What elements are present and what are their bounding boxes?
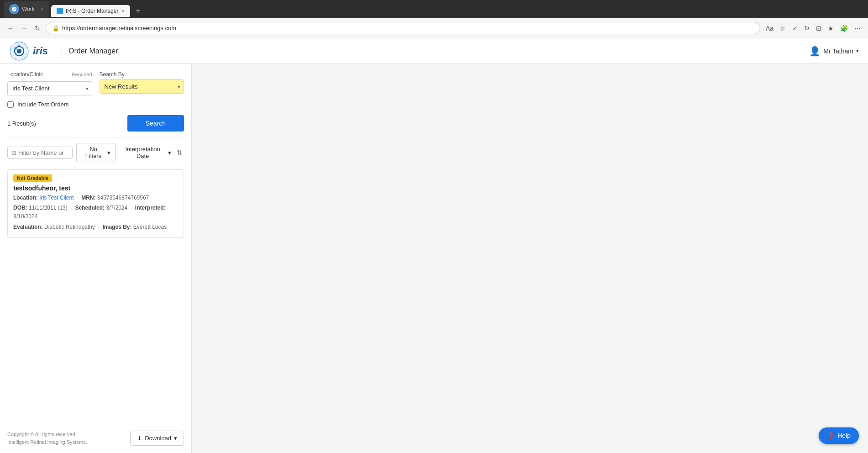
help-label: Help [837,432,851,439]
help-button[interactable]: ❓ Help [819,427,859,444]
svg-point-3 [14,47,17,50]
refresh-button[interactable]: ↻ [33,23,42,34]
iris-logo-icon [9,41,29,61]
header-divider [62,45,62,58]
no-filters-chevron-icon: ▾ [107,149,110,156]
sync-icon[interactable]: ↻ [802,23,811,34]
scheduled-meta-value: 3/7/2024 [106,205,127,211]
new-tab-button[interactable]: + [132,5,143,17]
sidebar-spacer [7,242,184,423]
sidebar: Location/Clinic Required Iris Test Clien… [0,64,192,453]
include-test-orders-row: Include Test Orders [7,101,184,108]
filter-input-wrapper: ⊟ [7,147,73,159]
reader-mode-icon[interactable]: Aa [764,23,775,34]
extensions-icon[interactable]: 🧩 [838,23,850,34]
include-test-orders-label[interactable]: Include Test Orders [17,101,68,108]
dob-meta-value: 11/11/2011 (13) [29,205,68,211]
location-field-group: Location/Clinic Required Iris Test Clien… [7,71,92,95]
user-name: Mr Tatham [823,47,853,55]
header-title: Order Manager [68,47,118,55]
iris-favicon [57,8,63,14]
user-menu[interactable]: 👤 Mr Tatham ▾ [809,46,859,57]
location-label: Location/Clinic [7,71,43,78]
iris-tab-label: IRIS - Order Manager [66,8,118,14]
main-content: Location/Clinic Required Iris Test Clien… [0,64,868,453]
iris-tab-close[interactable]: ✕ [121,9,125,14]
filter-input[interactable] [18,149,68,156]
download-icon: ⬇ [137,435,142,442]
location-meta-label: Location: [13,195,38,201]
download-button[interactable]: ⬇ Download ▾ [130,431,184,446]
images-by-meta-label: Images By: [102,224,132,230]
work-tab-close[interactable]: ✕ [40,7,44,12]
toolbar-icons: Aa ☆ ✓ ↻ ⊡ ★ 🧩 ⋯ [764,23,863,34]
work-tab-icon [9,4,19,14]
bookmark-icon[interactable]: ☆ [778,23,788,34]
filter-row: ⊟ No Filters ▾ Interpretation Date ▾ ⇅ [7,137,184,162]
required-label: Required [72,72,92,77]
interpreted-meta-value: 8/10/2024 [13,213,37,220]
interpretation-date-chevron-icon: ▾ [168,149,171,156]
search-by-label: Search By [100,71,184,78]
search-by-field-group: Search By New Results All Orders Pending… [100,71,184,94]
svg-point-2 [17,49,21,53]
download-label: Download [145,435,171,442]
dob-meta-label: DOB: [13,205,27,211]
address-text: https://ordermanager.retinalscreenings.c… [62,25,176,32]
user-icon: 👤 [809,46,821,57]
browser-toolbar: ← → ↻ 🔒 https://ordermanager.retinalscre… [0,18,868,38]
shield-icon[interactable]: ✓ [790,23,800,34]
top-fields-row: Location/Clinic Required Iris Test Clien… [7,71,184,95]
address-bar[interactable]: 🔒 https://ordermanager.retinalscreenings… [46,22,760,34]
result-eval-row: Evaluation: Diabetic Retinopathy · Image… [13,223,178,232]
not-gradable-badge: Not Gradable [13,174,52,182]
result-card[interactable]: Not Gradable testsodfuheor, test Locatio… [7,169,184,238]
svg-point-4 [22,47,24,49]
interpretation-date-button[interactable]: Interpretation Date ▾ [119,146,171,159]
search-by-select-wrapper: New Results All Orders Pending Completed… [100,79,184,94]
search-by-select[interactable]: New Results All Orders Pending Completed [100,79,184,94]
result-patient-name: testsodfuheor, test [13,184,178,192]
app-header: iris Order Manager 👤 Mr Tatham ▾ [0,38,868,64]
location-select[interactable]: Iris Test Client [7,81,92,95]
forward-button[interactable]: → [19,23,29,34]
scheduled-meta-label: Scheduled: [75,205,105,211]
user-chevron-icon: ▾ [856,48,859,54]
no-filters-label: No Filters [81,146,105,159]
no-filters-button[interactable]: No Filters ▾ [76,143,116,162]
browser-chrome: Work ✕ IRIS - Order Manager ✕ + [0,0,868,18]
tab-iris[interactable]: IRIS - Order Manager ✕ [51,5,130,17]
location-select-wrapper: Iris Test Client ▾ [7,81,92,95]
results-search-row: 1 Result(s) Search [7,115,184,132]
more-tools-icon[interactable]: ⋯ [852,23,863,34]
interpretation-date-label: Interpretation Date [119,146,166,159]
right-content-area [192,64,868,453]
mrn-meta-value: 34573546874769567 [97,195,149,201]
help-question-icon: ❓ [827,432,835,439]
location-label-row: Location/Clinic Required [7,71,92,79]
evaluation-meta-value: Diabetic Retinopathy [44,224,95,230]
browser-tabs: Work ✕ IRIS - Order Manager ✕ + [4,1,144,17]
favorites-icon[interactable]: ★ [826,23,836,34]
result-location-row: Location: Iris Test Client · MRN: 345735… [13,194,178,202]
lock-icon: 🔒 [53,25,59,32]
interpreted-meta-label: Interpreted: [135,205,166,211]
include-test-orders-checkbox[interactable] [7,101,14,108]
evaluation-meta-label: Evaluation: [13,224,43,230]
svg-point-5 [18,45,20,47]
mrn-meta-label: MRN: [81,195,95,201]
images-by-meta-value: Everett Lucas [133,224,167,230]
location-meta-value: Iris Test Client [39,195,74,201]
tab-work[interactable]: Work ✕ [4,1,49,17]
filter-icon: ⊟ [11,149,16,156]
back-button[interactable]: ← [5,23,16,34]
iris-logo: iris [9,41,48,61]
results-count: 1 Result(s) [7,120,36,127]
split-view-icon[interactable]: ⊡ [814,23,823,34]
search-button[interactable]: Search [127,115,184,132]
work-tab-label: Work [22,6,35,12]
result-dates-row: DOB: 11/11/2011 (13) · Scheduled: 3/7/20… [13,204,178,221]
iris-logo-text: iris [33,45,48,57]
sort-button[interactable]: ⇅ [175,147,184,158]
download-chevron-icon: ▾ [174,435,177,442]
